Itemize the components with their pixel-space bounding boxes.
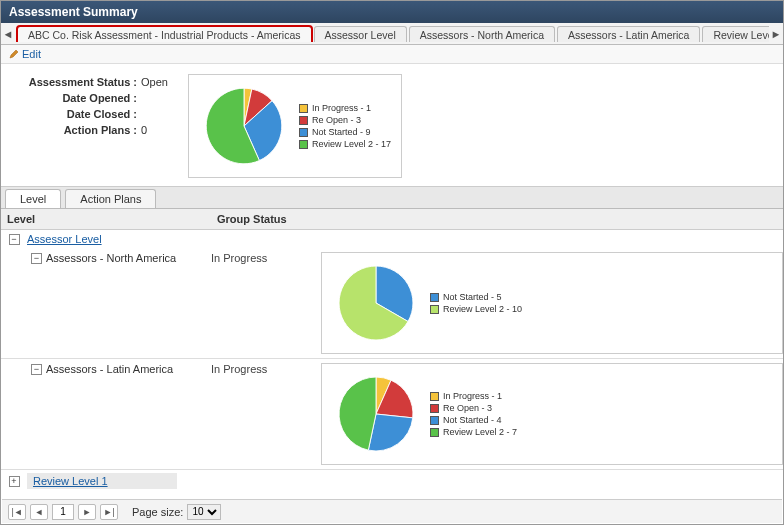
page-size-label: Page size: (132, 506, 183, 518)
pager-page-input[interactable] (52, 504, 74, 520)
tree-row-review-level-1: + Review Level 1 (1, 470, 783, 492)
assessment-status-value: Open (141, 76, 168, 88)
legend-item: In Progress - 1 (430, 390, 517, 402)
overall-legend: In Progress - 1Re Open - 3Not Started - … (299, 102, 391, 150)
overall-pie-chart (199, 81, 289, 171)
action-plans-label: Action Plans : (21, 124, 141, 136)
legend-item: Not Started - 5 (430, 291, 522, 303)
north-america-legend: Not Started - 5Review Level 2 - 10 (430, 291, 522, 315)
legend-swatch (430, 428, 439, 437)
pager-first-button[interactable]: |◄ (8, 504, 26, 520)
page-size-select[interactable]: 10 (187, 504, 221, 520)
legend-label: In Progress - 1 (443, 391, 502, 401)
legend-item: Not Started - 4 (430, 414, 517, 426)
edit-label: Edit (22, 48, 41, 60)
legend-swatch (430, 416, 439, 425)
legend-item: Re Open - 3 (430, 402, 517, 414)
expand-icon[interactable]: + (9, 476, 20, 487)
tree-row-assessor-level: − Assessor Level (1, 230, 783, 248)
status-list: Assessment Status :Open Date Opened : Da… (21, 74, 168, 178)
tab-assessors-latin-america[interactable]: Assessors - Latin America (557, 26, 700, 42)
latin-america-pie-chart (332, 370, 420, 458)
legend-swatch (430, 305, 439, 314)
north-america-chart: Not Started - 5Review Level 2 - 10 (321, 252, 783, 354)
tab-strip: ◄ ABC Co. Risk Assessment - Industrial P… (1, 23, 783, 45)
tab-scroll-right[interactable]: ► (769, 23, 783, 44)
date-closed-label: Date Closed : (21, 108, 141, 120)
latin-america-status: In Progress (211, 363, 321, 375)
latin-america-link[interactable]: Assessors - Latin America (46, 363, 173, 375)
legend-item: Review Level 2 - 7 (430, 426, 517, 438)
legend-swatch (299, 128, 308, 137)
legend-swatch (299, 104, 308, 113)
latin-america-chart: In Progress - 1Re Open - 3Not Started - … (321, 363, 783, 465)
tab-assessors-north-america[interactable]: Assessors - North America (409, 26, 555, 42)
grid-header: Level Group Status (1, 209, 783, 230)
legend-item: Re Open - 3 (299, 114, 391, 126)
subgroup-north-america: − Assessors - North America In Progress … (1, 248, 783, 359)
latin-america-legend: In Progress - 1Re Open - 3Not Started - … (430, 390, 517, 438)
legend-label: Not Started - 4 (443, 415, 502, 425)
collapse-icon[interactable]: − (31, 364, 42, 375)
legend-swatch (430, 404, 439, 413)
legend-label: Review Level 2 - 7 (443, 427, 517, 437)
north-america-pie-chart (332, 259, 420, 347)
legend-item: Review Level 2 - 10 (430, 303, 522, 315)
window-title: Assessment Summary (1, 1, 783, 23)
tab-scroll-left[interactable]: ◄ (1, 23, 15, 44)
legend-label: Review Level 2 - 17 (312, 139, 391, 149)
edit-link[interactable]: Edit (9, 48, 41, 60)
tabs-holder: ABC Co. Risk Assessment - Industrial Pro… (15, 25, 769, 42)
legend-label: Re Open - 3 (312, 115, 361, 125)
col-header-level[interactable]: Level (1, 209, 211, 229)
pager: |◄ ◄ ► ►| Page size: 10 (2, 499, 782, 523)
tab-review-level-1[interactable]: Review Level 1 (702, 26, 769, 42)
sub-tab-strip: Level Action Plans (1, 186, 783, 209)
legend-label: Re Open - 3 (443, 403, 492, 413)
overall-chart: In Progress - 1Re Open - 3Not Started - … (188, 74, 402, 178)
legend-label: Not Started - 9 (312, 127, 371, 137)
review-level-1-link[interactable]: Review Level 1 (33, 475, 108, 487)
pager-prev-button[interactable]: ◄ (30, 504, 48, 520)
subtab-action-plans[interactable]: Action Plans (65, 189, 156, 208)
subgroup-latin-america: − Assessors - Latin America In Progress … (1, 359, 783, 470)
action-plans-value: 0 (141, 124, 147, 136)
content-area: Assessment Status :Open Date Opened : Da… (1, 64, 783, 186)
collapse-icon[interactable]: − (9, 234, 20, 245)
pencil-icon (9, 49, 19, 59)
legend-item: Not Started - 9 (299, 126, 391, 138)
grid-body: − Assessor Level − Assessors - North Ame… (1, 230, 783, 492)
legend-swatch (299, 116, 308, 125)
legend-swatch (299, 140, 308, 149)
tab-main-assessment[interactable]: ABC Co. Risk Assessment - Industrial Pro… (17, 26, 312, 42)
north-america-link[interactable]: Assessors - North America (46, 252, 176, 264)
subtab-level[interactable]: Level (5, 189, 61, 208)
north-america-status: In Progress (211, 252, 321, 264)
toolbar: Edit (1, 45, 783, 64)
date-opened-label: Date Opened : (21, 92, 141, 104)
legend-item: In Progress - 1 (299, 102, 391, 114)
tab-assessor-level[interactable]: Assessor Level (314, 26, 407, 42)
legend-label: Not Started - 5 (443, 292, 502, 302)
assessment-status-label: Assessment Status : (21, 76, 141, 88)
assessor-level-link[interactable]: Assessor Level (27, 233, 102, 245)
legend-label: In Progress - 1 (312, 103, 371, 113)
legend-item: Review Level 2 - 17 (299, 138, 391, 150)
legend-swatch (430, 293, 439, 302)
status-block: Assessment Status :Open Date Opened : Da… (9, 68, 775, 186)
pager-last-button[interactable]: ►| (100, 504, 118, 520)
pager-next-button[interactable]: ► (78, 504, 96, 520)
collapse-icon[interactable]: − (31, 253, 42, 264)
col-header-group-status[interactable]: Group Status (211, 209, 783, 229)
legend-swatch (430, 392, 439, 401)
legend-label: Review Level 2 - 10 (443, 304, 522, 314)
